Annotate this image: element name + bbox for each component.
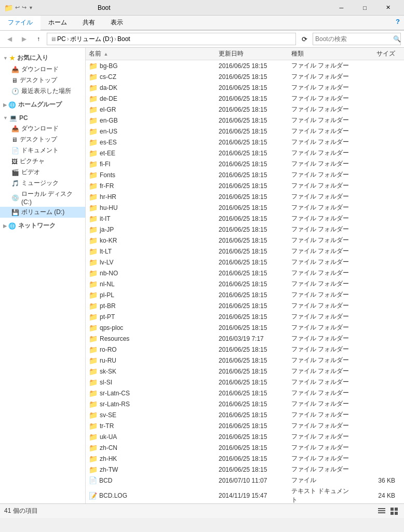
- table-row[interactable]: 📁 fr-FR 2016/06/25 18:15 ファイル フォルダー: [86, 180, 404, 191]
- table-row[interactable]: 📁 en-US 2016/06/25 18:15 ファイル フォルダー: [86, 126, 404, 137]
- table-row[interactable]: 📁 nb-NO 2016/06/25 18:15 ファイル フォルダー: [86, 268, 404, 278]
- table-row[interactable]: 📁 Fonts 2016/06/25 18:15 ファイル フォルダー: [86, 169, 404, 180]
- toolbar-dropdown[interactable]: ▼: [29, 5, 33, 10]
- toolbar-redo[interactable]: ↪: [22, 4, 26, 11]
- sidebar-item-label: ダウンロード: [21, 124, 59, 133]
- file-name-cell: 📁 en-GB: [89, 116, 219, 125]
- view-large-button[interactable]: [388, 506, 400, 517]
- up-button[interactable]: ↑: [32, 33, 45, 45]
- sidebar-network-header[interactable]: ▶ 🌐 ネットワーク: [0, 220, 85, 232]
- back-button[interactable]: ◀: [3, 33, 16, 45]
- folder-icon: 📁: [89, 204, 98, 212]
- pc-icon: 💻: [9, 114, 17, 122]
- table-row[interactable]: 📁 it-IT 2016/06/25 18:15 ファイル フォルダー: [86, 213, 404, 224]
- window-title: Boot: [98, 4, 111, 11]
- table-row[interactable]: 📁 ja-JP 2016/06/25 18:15 ファイル フォルダー: [86, 224, 404, 235]
- column-name[interactable]: 名前 ▲: [89, 49, 219, 58]
- table-row[interactable]: 📁 pt-PT 2016/06/25 18:15 ファイル フォルダー: [86, 311, 404, 322]
- sidebar-item-desktop-pc[interactable]: 🖥 デスクトップ: [0, 134, 85, 145]
- table-row[interactable]: 📁 fi-FI 2016/06/25 18:15 ファイル フォルダー: [86, 158, 404, 169]
- table-row[interactable]: 📁 uk-UA 2016/06/25 18:15 ファイル フォルダー: [86, 431, 404, 442]
- table-row[interactable]: 📁 hu-HU 2016/06/25 18:15 ファイル フォルダー: [86, 202, 404, 213]
- folder-icon: 📁: [89, 73, 98, 81]
- table-row[interactable]: 📁 ko-KR 2016/06/25 18:15 ファイル フォルダー: [86, 235, 404, 246]
- sidebar-item-videos[interactable]: 🎬 ビデオ: [0, 167, 85, 178]
- help-button[interactable]: ?: [392, 16, 404, 30]
- table-row[interactable]: 📁 hr-HR 2016/06/25 18:15 ファイル フォルダー: [86, 191, 404, 202]
- sidebar-pc-header[interactable]: ▼ 💻 PC: [0, 113, 85, 123]
- table-row[interactable]: 📁 bg-BG 2016/06/25 18:15 ファイル フォルダー: [86, 60, 404, 71]
- table-row[interactable]: 📁 el-GR 2016/06/25 18:15 ファイル フォルダー: [86, 104, 404, 115]
- tab-file[interactable]: ファイル: [0, 16, 41, 30]
- file-date-cell: 2016/06/25 18:15: [219, 237, 291, 244]
- table-row[interactable]: 📁 zh-CN 2016/06/25 18:15 ファイル フォルダー: [86, 442, 404, 453]
- table-row[interactable]: 📁 zh-HK 2016/06/25 18:15 ファイル フォルダー: [86, 453, 404, 464]
- table-row[interactable]: 📁 ru-RU 2016/06/25 18:15 ファイル フォルダー: [86, 355, 404, 366]
- view-details-button[interactable]: [376, 506, 387, 517]
- minimize-button[interactable]: ─: [330, 0, 353, 16]
- table-row[interactable]: 📄 BCD 2016/07/10 11:07 ファイル 36 KB: [86, 475, 404, 486]
- status-bar: 41 個の項目: [0, 503, 404, 518]
- file-name-text: en-US: [100, 128, 117, 135]
- table-row[interactable]: 📁 sr-Latn-RS 2016/06/25 18:15 ファイル フォルダー: [86, 398, 404, 409]
- table-row[interactable]: 📁 cs-CZ 2016/06/25 18:15 ファイル フォルダー: [86, 71, 404, 82]
- file-name-text: et-EE: [100, 150, 115, 157]
- sidebar-item-downloads-pc[interactable]: 📥 ダウンロード: [0, 123, 85, 134]
- file-type-cell: ファイル フォルダー: [291, 258, 354, 267]
- tab-share[interactable]: 共有: [75, 16, 103, 30]
- table-row[interactable]: 📁 de-DE 2016/06/25 18:15 ファイル フォルダー: [86, 93, 404, 104]
- tab-view[interactable]: 表示: [103, 16, 131, 30]
- search-input[interactable]: [315, 35, 393, 43]
- folder-icon: 📁: [89, 291, 98, 299]
- toolbar-undo[interactable]: ↩: [15, 4, 20, 11]
- file-date-cell: 2016/06/25 18:15: [219, 346, 291, 353]
- sidebar-favorites-header[interactable]: ▼ ★ お気に入り: [0, 52, 85, 64]
- maximize-button[interactable]: □: [353, 0, 376, 16]
- refresh-button[interactable]: ⟳: [298, 33, 311, 45]
- close-button[interactable]: ✕: [376, 0, 400, 16]
- table-row[interactable]: 📁 tr-TR 2016/06/25 18:15 ファイル フォルダー: [86, 420, 404, 431]
- sidebar-item-music[interactable]: 🎵 ミュージック: [0, 178, 85, 189]
- address-input[interactable]: 🖥 PC › ボリューム (D:) › Boot: [47, 33, 296, 45]
- table-row[interactable]: 📁 nl-NL 2016/06/25 18:15 ファイル フォルダー: [86, 278, 404, 289]
- sidebar-item-downloads-fav[interactable]: 📥 ダウンロード: [0, 64, 85, 75]
- table-row[interactable]: 📝 BCD.LOG 2014/11/19 15:47 テキスト ドキュメント 2…: [86, 486, 404, 503]
- table-row[interactable]: 📁 en-GB 2016/06/25 18:15 ファイル フォルダー: [86, 115, 404, 126]
- sidebar-item-recent[interactable]: 🕐 最近表示した場所: [0, 86, 85, 97]
- table-row[interactable]: 📁 sr-Latn-CS 2016/06/25 18:15 ファイル フォルダー: [86, 388, 404, 398]
- file-name-text: ko-KR: [100, 237, 117, 244]
- file-name-text: cs-CZ: [100, 73, 116, 81]
- music-icon: 🎵: [11, 180, 19, 187]
- sidebar-item-volume-d[interactable]: 💾 ボリューム (D:): [0, 207, 85, 218]
- sidebar-item-local-disk[interactable]: 💿 ローカル ディスク (C:): [0, 189, 85, 207]
- search-box[interactable]: 🔍: [313, 33, 401, 45]
- column-date[interactable]: 更新日時: [219, 49, 291, 58]
- file-date-cell: 2016/07/10 11:07: [219, 477, 291, 484]
- table-row[interactable]: 📁 zh-TW 2016/06/25 18:15 ファイル フォルダー: [86, 464, 404, 475]
- forward-button[interactable]: ▶: [18, 33, 30, 45]
- file-type-cell: ファイル フォルダー: [291, 389, 354, 397]
- table-row[interactable]: 📁 es-ES 2016/06/25 18:15 ファイル フォルダー: [86, 137, 404, 148]
- table-row[interactable]: 📁 qps-ploc 2016/06/25 18:15 ファイル フォルダー: [86, 322, 404, 333]
- table-row[interactable]: 📁 sv-SE 2016/06/25 18:15 ファイル フォルダー: [86, 409, 404, 420]
- column-size[interactable]: サイズ: [354, 49, 395, 58]
- sidebar-item-desktop-fav[interactable]: 🖥 デスクトップ: [0, 75, 85, 86]
- file-name-text: fi-FI: [100, 161, 111, 168]
- table-row[interactable]: 📁 lt-LT 2016/06/25 18:15 ファイル フォルダー: [86, 246, 404, 257]
- table-row[interactable]: 📁 lv-LV 2016/06/25 18:15 ファイル フォルダー: [86, 257, 404, 268]
- table-row[interactable]: 📁 et-EE 2016/06/25 18:15 ファイル フォルダー: [86, 148, 404, 158]
- table-row[interactable]: 📁 Resources 2016/03/19 7:17 ファイル フォルダー: [86, 333, 404, 344]
- table-row[interactable]: 📁 sl-SI 2016/06/25 18:15 ファイル フォルダー: [86, 377, 404, 388]
- file-name-cell: 📁 hr-HR: [89, 193, 219, 201]
- file-list-header: 名前 ▲ 更新日時 種類 サイズ: [86, 48, 404, 60]
- sidebar-item-pictures[interactable]: 🖼 ピクチャ: [0, 156, 85, 167]
- column-type[interactable]: 種類: [291, 49, 354, 58]
- tab-home[interactable]: ホーム: [41, 16, 75, 30]
- table-row[interactable]: 📁 pl-PL 2016/06/25 18:15 ファイル フォルダー: [86, 289, 404, 300]
- sidebar-homegroup-header[interactable]: ▶ 🌐 ホームグループ: [0, 99, 85, 111]
- sidebar-item-documents[interactable]: 📄 ドキュメント: [0, 145, 85, 156]
- table-row[interactable]: 📁 ro-RO 2016/06/25 18:15 ファイル フォルダー: [86, 344, 404, 355]
- table-row[interactable]: 📁 da-DK 2016/06/25 18:15 ファイル フォルダー: [86, 82, 404, 93]
- table-row[interactable]: 📁 sk-SK 2016/06/25 18:15 ファイル フォルダー: [86, 366, 404, 377]
- table-row[interactable]: 📁 pt-BR 2016/06/25 18:15 ファイル フォルダー: [86, 300, 404, 311]
